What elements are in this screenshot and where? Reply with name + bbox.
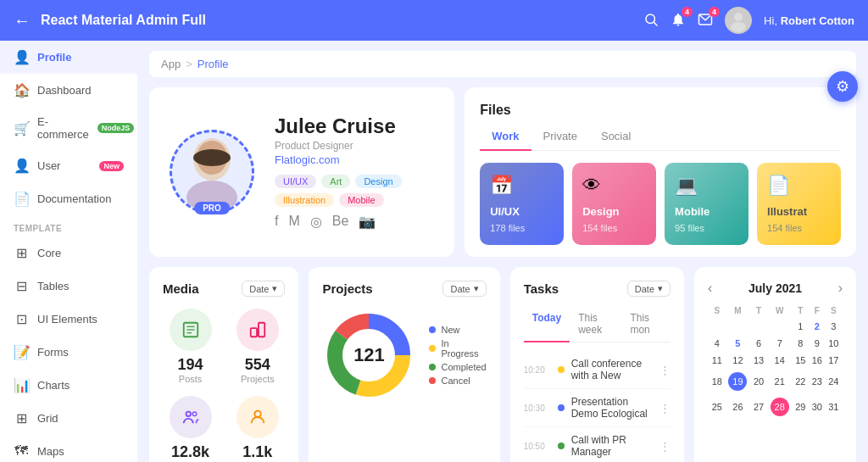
- cal-cell[interactable]: 12: [726, 353, 749, 368]
- tasks-tab-today[interactable]: Today: [524, 309, 570, 342]
- sidebar-item-core[interactable]: ⊞ Core: [0, 237, 137, 270]
- tag-art[interactable]: Art: [321, 175, 350, 188]
- cal-cell[interactable]: 3: [826, 319, 842, 334]
- folder-mobile-icon: 💻: [675, 175, 738, 197]
- sidebar-item-grid[interactable]: ⊞ Grid: [0, 402, 137, 435]
- files-tab-social[interactable]: Social: [589, 126, 643, 151]
- task-menu-3[interactable]: ⋮: [659, 440, 670, 453]
- dribbble-icon[interactable]: ◎: [310, 214, 322, 230]
- cal-cell[interactable]: [726, 319, 749, 334]
- behance-icon[interactable]: Be: [332, 214, 349, 230]
- tag-design[interactable]: Design: [355, 175, 401, 188]
- cal-cell[interactable]: 2: [810, 319, 824, 334]
- sidebar: 👤 Profile 🏠 Dashboard 🛒 E-commerce NodeJ…: [0, 41, 137, 462]
- sidebar-item-tables[interactable]: ⊟ Tables: [0, 270, 137, 303]
- cal-cell[interactable]: 13: [751, 353, 765, 368]
- sidebar-item-forms[interactable]: 📝 Forms: [0, 336, 137, 369]
- main-content: App > Profile PRO: [137, 41, 868, 462]
- cal-cell[interactable]: 23: [810, 370, 824, 393]
- sidebar-item-maps[interactable]: 🗺 Maps: [0, 435, 137, 462]
- medium-icon[interactable]: M: [288, 214, 299, 230]
- sidebar-item-profile[interactable]: 👤 Profile: [0, 41, 137, 74]
- media-stat-following: 1.1k Following: [236, 396, 279, 462]
- avatar[interactable]: [725, 7, 752, 34]
- legend-dot-inprogress: [429, 345, 436, 352]
- chevron-down-icon: ▾: [272, 283, 277, 294]
- tag-uiux[interactable]: UI/UX: [275, 175, 316, 188]
- cal-cell[interactable]: 16: [810, 353, 824, 368]
- folder-illustrat-name: Illustrat: [767, 205, 831, 218]
- cal-special-cell[interactable]: 28: [768, 395, 792, 419]
- cal-cell[interactable]: 21: [768, 370, 792, 393]
- cal-cell[interactable]: 6: [751, 336, 765, 351]
- media-date-select[interactable]: Date ▾: [242, 281, 285, 297]
- pro-badge: PRO: [194, 202, 230, 214]
- files-folders: 📅 UI/UX 178 files 👁 Design 154 files 💻 M…: [480, 163, 841, 245]
- tasks-tab-month[interactable]: This mon: [621, 309, 670, 342]
- cal-cell[interactable]: [751, 319, 765, 334]
- cal-cell[interactable]: 30: [810, 395, 824, 419]
- facebook-icon[interactable]: f: [275, 214, 278, 230]
- folder-mobile-count: 95 files: [675, 223, 738, 233]
- tag-illustration[interactable]: Illustration: [275, 193, 334, 207]
- cal-cell[interactable]: 7: [768, 336, 792, 351]
- sidebar-item-user[interactable]: 👤 User New: [0, 149, 137, 182]
- cal-cell[interactable]: 11: [709, 353, 724, 368]
- mail-badge: 4: [709, 7, 720, 17]
- cal-cell[interactable]: 10: [826, 336, 842, 351]
- cal-cell[interactable]: 29: [793, 395, 808, 419]
- cal-day-w: W: [768, 304, 792, 317]
- calendar-header: ‹ July 2021 ›: [708, 281, 843, 296]
- task-menu-1[interactable]: ⋮: [659, 364, 670, 376]
- cal-cell[interactable]: [709, 319, 724, 334]
- cal-cell[interactable]: 14: [768, 353, 792, 368]
- cal-cell[interactable]: 4: [709, 336, 724, 351]
- cal-cell[interactable]: 1: [793, 319, 808, 334]
- cal-week-1: 1 2 3: [709, 319, 841, 334]
- tasks-date-select[interactable]: Date ▾: [627, 281, 670, 297]
- core-icon: ⊞: [14, 245, 29, 261]
- cal-next-button[interactable]: ›: [838, 281, 843, 296]
- tag-mobile[interactable]: Mobile: [339, 193, 383, 207]
- sidebar-item-documentation[interactable]: 📄 Documentation: [0, 182, 137, 215]
- instagram-icon[interactable]: 📷: [359, 214, 376, 230]
- search-button[interactable]: [643, 12, 659, 30]
- profile-role: Product Designer: [275, 140, 434, 152]
- profile-link[interactable]: Flatlogic.com: [275, 153, 434, 166]
- files-tab-private[interactable]: Private: [531, 126, 589, 151]
- sidebar-item-ui-elements[interactable]: ⊡ UI Elements: [0, 303, 137, 336]
- cal-cell[interactable]: 27: [751, 395, 765, 419]
- cal-cell[interactable]: [768, 319, 792, 334]
- cal-cell[interactable]: 24: [826, 370, 842, 393]
- folder-design[interactable]: 👁 Design 154 files: [572, 163, 656, 245]
- tasks-tab-week[interactable]: This week: [570, 309, 621, 342]
- cal-cell[interactable]: 20: [751, 370, 765, 393]
- folder-uiux[interactable]: 📅 UI/UX 178 files: [480, 163, 564, 245]
- cal-cell[interactable]: 31: [826, 395, 842, 419]
- cal-cell[interactable]: 15: [793, 353, 808, 368]
- back-button[interactable]: ←: [14, 11, 31, 31]
- settings-fab[interactable]: ⚙: [827, 71, 858, 102]
- legend-dot-completed: [429, 364, 436, 370]
- cal-cell[interactable]: 26: [726, 395, 749, 419]
- files-tab-work[interactable]: Work: [480, 126, 531, 151]
- projects-date-select[interactable]: Date ▾: [442, 281, 486, 297]
- sidebar-item-ecommerce[interactable]: 🛒 E-commerce NodeJS: [0, 107, 137, 149]
- sidebar-item-charts[interactable]: 📊 Charts: [0, 369, 137, 402]
- task-menu-2[interactable]: ⋮: [659, 402, 670, 415]
- chevron-down-icon: ▾: [474, 283, 479, 294]
- sidebar-item-dashboard[interactable]: 🏠 Dashboard: [0, 74, 137, 107]
- cal-cell[interactable]: 5: [726, 336, 749, 351]
- cal-prev-button[interactable]: ‹: [708, 281, 712, 296]
- cal-cell[interactable]: 18: [709, 370, 724, 393]
- cal-cell[interactable]: 22: [793, 370, 808, 393]
- notifications-button[interactable]: 4: [670, 12, 686, 30]
- cal-cell[interactable]: 9: [810, 336, 824, 351]
- folder-mobile[interactable]: 💻 Mobile 95 files: [665, 163, 748, 245]
- cal-today-cell[interactable]: 19: [726, 370, 749, 393]
- folder-illustrat[interactable]: 📄 Illustrat 154 files: [757, 163, 841, 245]
- cal-cell[interactable]: 8: [793, 336, 808, 351]
- cal-cell[interactable]: 25: [709, 395, 724, 419]
- mail-button[interactable]: 4: [698, 12, 713, 30]
- cal-cell[interactable]: 17: [826, 353, 842, 368]
